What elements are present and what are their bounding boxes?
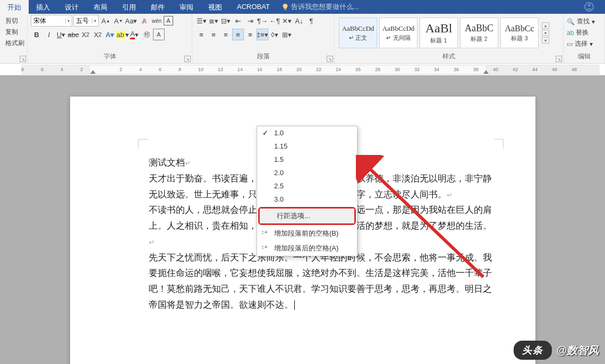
ruler-tick: 2 — [120, 67, 122, 72]
ruler-tick: 46 — [552, 67, 557, 72]
style-heading3[interactable]: AaBbCc标题 3 — [500, 18, 539, 48]
spacing-1-5[interactable]: 1.5 — [257, 153, 357, 166]
spacing-1-0: 1.0 — [257, 126, 357, 140]
replace-button[interactable]: ab替换 — [567, 28, 595, 37]
align-right-button[interactable]: ≡ — [220, 29, 232, 40]
bullets-button[interactable]: ☰▾ — [195, 15, 207, 27]
subscript-button[interactable]: X2 — [80, 29, 91, 40]
font-size-combo[interactable]: 五号▾ — [73, 15, 99, 27]
justify-button[interactable]: ≡ — [232, 29, 244, 40]
find-button[interactable]: 🔍查找▾ — [567, 17, 595, 26]
character-border-button[interactable]: A — [164, 16, 173, 25]
spacing-2-5[interactable]: 2.5 — [257, 179, 357, 193]
share-button[interactable] — [573, 0, 605, 14]
borders-button[interactable]: ⊞▾ — [281, 29, 293, 40]
line-spacing-button[interactable]: ‡≡▾ — [257, 29, 268, 40]
underline-button[interactable]: U▾ — [55, 29, 67, 40]
tab-references[interactable]: 引用 — [115, 0, 143, 14]
multilevel-list-button[interactable]: ⊟▾ — [220, 15, 232, 27]
paragraph-launcher[interactable]: ↘ — [327, 56, 333, 62]
decrease-indent-button[interactable]: ⇤ — [232, 15, 244, 27]
ruler-tick: 26 — [355, 67, 361, 72]
group-editing: 🔍查找▾ ab替换 ▭选择▾ 编辑 — [564, 14, 605, 63]
tell-me-search[interactable]: 告诉我您想要做什么... — [282, 0, 359, 14]
grow-font-button[interactable]: A▲ — [100, 15, 112, 27]
sort-button[interactable]: A↓ — [293, 15, 305, 27]
tab-insert[interactable]: 插入 — [29, 0, 57, 14]
tab-view[interactable]: 视图 — [201, 0, 229, 14]
rtl-button[interactable]: ←¶ — [269, 15, 280, 27]
tab-acrobat[interactable]: ACROBAT — [229, 0, 277, 14]
shading-button[interactable]: ◊▾ — [269, 29, 280, 40]
select-icon: ▭ — [567, 40, 573, 48]
italic-button[interactable]: I — [43, 29, 55, 40]
enclose-char-button[interactable]: ㊕ — [141, 29, 152, 40]
bold-button[interactable]: B — [31, 29, 42, 40]
styles-launcher[interactable]: ↘ — [556, 56, 562, 62]
select-button[interactable]: ▭选择▾ — [567, 39, 595, 48]
superscript-button[interactable]: X2 — [92, 29, 104, 40]
distributed-button[interactable]: ≡ — [244, 29, 256, 40]
group-paragraph: ☰▾ ≣▾ ⊟▾ ⇤ ⇥ ¶→ ←¶ ✕▾ A↓ ¶ ≡ ≡ ≡ ≡ ≡ ‡≡▾… — [192, 14, 335, 63]
shrink-font-button[interactable]: A▼ — [113, 15, 124, 27]
copy-button[interactable]: 复制 — [4, 27, 25, 37]
strikethrough-button[interactable]: abc — [67, 29, 79, 40]
asian-layout-button[interactable]: ✕▾ — [281, 15, 293, 27]
numbering-button[interactable]: ≣▾ — [208, 15, 219, 27]
font-launcher[interactable]: ↘ — [184, 56, 191, 62]
svg-line-3 — [367, 166, 483, 277]
clipboard-launcher[interactable]: ↘ — [20, 56, 26, 62]
tab-mailings[interactable]: 邮件 — [143, 0, 172, 14]
ruler-tick: 48 — [572, 67, 577, 72]
watermark: 头条 @数智风 — [514, 341, 599, 360]
font-name-combo[interactable]: 宋体▾ — [31, 15, 72, 27]
increase-indent-button[interactable]: ⇥ — [244, 15, 256, 27]
tab-layout[interactable]: 布局 — [86, 0, 115, 14]
cut-button[interactable]: 剪切 — [4, 16, 25, 26]
ruler-tick: 24 — [336, 67, 341, 72]
format-painter-button[interactable]: 格式刷 — [4, 38, 25, 48]
style-heading2[interactable]: AaBbC标题 2 — [460, 18, 498, 48]
spacing-1-15[interactable]: 1.15 — [257, 140, 357, 153]
align-left-button[interactable]: ≡ — [195, 29, 207, 40]
ruler-tick: 6 — [41, 67, 44, 72]
font-color-button[interactable]: A▾ — [129, 29, 140, 40]
group-clipboard: 剪切 复制 格式刷 ↘ — [0, 14, 28, 63]
font-group-label: 字体 — [31, 51, 189, 63]
ruler-tick: 18 — [277, 67, 282, 72]
ribbon-tabbar: 开始 插入 设计 布局 引用 邮件 审阅 视图 ACROBAT 告诉我您想要做什… — [0, 0, 605, 14]
char-shading-button[interactable]: A — [153, 29, 165, 40]
ruler-tick: 44 — [532, 67, 538, 72]
add-space-before[interactable]: 增加段落前的空格(B) — [257, 226, 357, 241]
tab-design[interactable]: 设计 — [57, 0, 86, 14]
line-spacing-options[interactable]: 行距选项... — [260, 209, 354, 223]
ruler-tick: 10 — [198, 67, 203, 72]
add-space-after[interactable]: 增加段落后的空格(A) — [257, 241, 357, 256]
line-spacing-dropdown: 1.0 1.15 1.5 2.0 2.5 3.0 行距选项... 增加段落前的空… — [257, 126, 357, 256]
share-icon — [584, 2, 594, 12]
document-area: 测试文档↵ 天才出于勤奋。书读百遍，其义自见。静以修身，俭以养德，非淡泊无以明志… — [0, 75, 605, 364]
ruler-tick: 38 — [473, 67, 479, 72]
tab-home[interactable]: 开始 — [0, 0, 29, 14]
change-case-button[interactable]: Aa▾ — [125, 15, 137, 27]
styles-gallery-more[interactable]: ▴▾▾ — [542, 22, 550, 44]
spacing-3-0[interactable]: 3.0 — [257, 193, 357, 206]
highlight-button[interactable]: ab▾ — [116, 29, 128, 40]
style-normal[interactable]: AaBbCcDd↵ 正文 — [339, 18, 377, 48]
ruler-tick: 22 — [316, 67, 321, 72]
ltr-button[interactable]: ¶→ — [257, 15, 268, 27]
show-marks-button[interactable]: ¶ — [305, 15, 317, 27]
tab-review[interactable]: 审阅 — [172, 0, 201, 14]
ribbon: 剪切 复制 格式刷 ↘ 宋体▾ 五号▾ A▲ A▼ Aa▾ A̷ wén A B… — [0, 14, 605, 64]
style-no-spacing[interactable]: AaBbCcDd↵ 无间隔 — [379, 18, 417, 48]
align-center-button[interactable]: ≡ — [208, 29, 219, 40]
style-heading1[interactable]: AaBl标题 1 — [420, 18, 458, 48]
search-icon: 🔍 — [567, 18, 575, 25]
svg-point-2 — [588, 4, 591, 7]
horizontal-ruler[interactable]: 8642246810121416182022242628303234363840… — [21, 65, 600, 74]
text-effects-button[interactable]: A▾ — [104, 29, 116, 40]
phonetic-guide-button[interactable]: wén — [151, 15, 163, 27]
clear-formatting-button[interactable]: A̷ — [138, 15, 150, 27]
group-styles: AaBbCcDd↵ 正文 AaBbCcDd↵ 无间隔 AaBl标题 1 AaBb… — [335, 14, 564, 63]
spacing-2-0[interactable]: 2.0 — [257, 166, 357, 179]
